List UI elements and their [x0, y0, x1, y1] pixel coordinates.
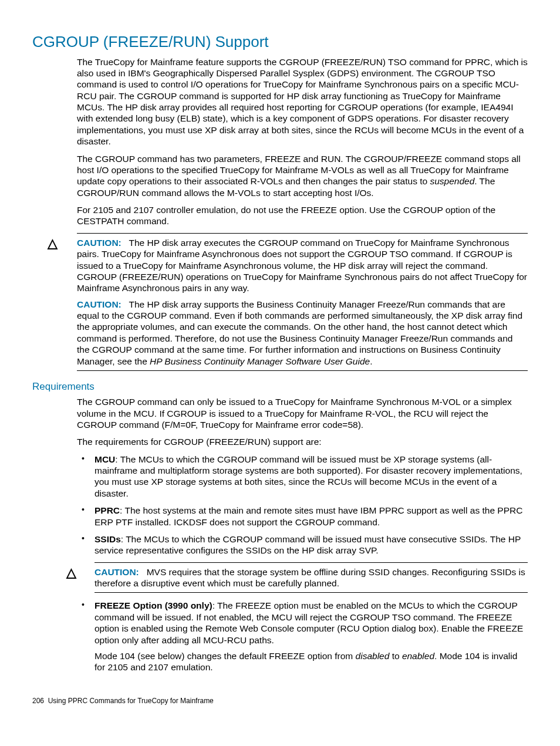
caution-icon: △	[66, 566, 76, 579]
mcu-text: : The MCUs to which the CGROUP command w…	[95, 454, 522, 498]
page-heading: CGROUP (FREEZE/RUN) Support	[32, 32, 528, 52]
page-footer: 206 Using PPRC Commands for TrueCopy for…	[32, 697, 528, 706]
freeze-p2a: Mode 104 (see below) changes the default…	[95, 651, 356, 661]
list-item-mcu: MCU: The MCUs to which the CGROUP comman…	[77, 454, 528, 499]
caution-1-text-2b: HP Business Continuity Manager Software …	[150, 356, 370, 366]
caution-icon: △	[48, 237, 58, 250]
ssids-label: SSIDs	[95, 534, 121, 544]
caution-label: CAUTION:	[95, 567, 139, 577]
p2-italic: suspended	[430, 176, 474, 186]
requirements-heading: Requirements	[32, 380, 528, 393]
caution-1-text-1: The HP disk array executes the CGROUP co…	[77, 238, 527, 293]
freeze-p2b: disabled	[356, 651, 390, 661]
caution-1-text-2c: .	[370, 356, 372, 366]
freeze-label: FREEZE Option (3990 only)	[95, 600, 212, 610]
intro-paragraph-2: The CGROUP command has two parameters, F…	[77, 153, 528, 199]
page-number: 206	[32, 697, 44, 705]
caution-label: CAUTION:	[77, 299, 122, 309]
intro-paragraph-3: For 2105 and 2107 controller emulation, …	[77, 204, 528, 227]
intro-paragraph-1: The TrueCopy for Mainframe feature suppo…	[77, 56, 528, 147]
requirements-paragraph-2: The requirements for CGROUP (FREEZE/RUN)…	[77, 436, 528, 447]
caution-label: CAUTION:	[77, 238, 122, 248]
ssids-caution-para: CAUTION: MVS requires that the storage s…	[95, 566, 528, 589]
freeze-p2c: to	[389, 651, 402, 661]
ssids-text: : The MCUs to which the CGROUP command w…	[95, 534, 521, 555]
ssids-caution-text: MVS requires that the storage system be …	[95, 567, 525, 588]
requirements-list: MCU: The MCUs to which the CGROUP comman…	[77, 454, 528, 556]
list-item-ssids: SSIDs: The MCUs to which the CGROUP comm…	[77, 534, 528, 556]
pprc-label: PPRC	[95, 505, 120, 515]
caution-1-para-2: CAUTION: The HP disk array supports the …	[77, 299, 528, 367]
footer-text: Using PPRC Commands for TrueCopy for Mai…	[48, 697, 214, 705]
caution-block-1: △ CAUTION: The HP disk array executes th…	[77, 233, 528, 371]
caution-1-para-1: CAUTION: The HP disk array executes the …	[77, 237, 528, 294]
list-item-freeze: FREEZE Option (3990 only): The FREEZE op…	[77, 600, 528, 673]
freeze-p2d: enabled	[402, 651, 434, 661]
pprc-text: : The host systems at the main and remot…	[95, 505, 522, 526]
requirements-paragraph-1: The CGROUP command can only be issued to…	[77, 396, 528, 430]
requirements-list-cont: FREEZE Option (3990 only): The FREEZE op…	[77, 600, 528, 673]
caution-block-ssids: △ CAUTION: MVS requires that the storage…	[95, 562, 528, 593]
mcu-label: MCU	[95, 454, 115, 464]
freeze-paragraph-2: Mode 104 (see below) changes the default…	[95, 650, 528, 673]
list-item-pprc: PPRC: The host systems at the main and r…	[77, 505, 528, 528]
